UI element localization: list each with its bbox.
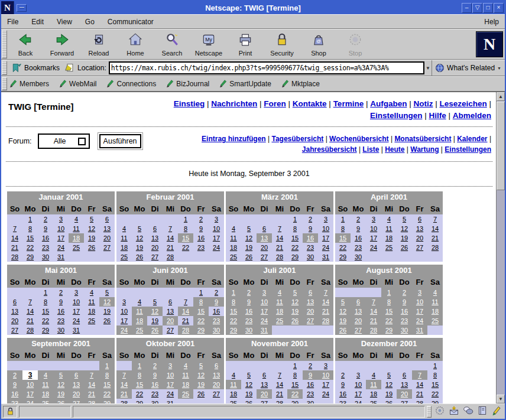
calendar-day-link[interactable]: 24 (213, 244, 220, 251)
calendar-day-link[interactable]: 13 (103, 225, 111, 232)
reload-button[interactable]: Reload (82, 31, 115, 58)
calendar-day-link[interactable]: 28 (167, 253, 174, 261)
calendar-day-link[interactable]: 5 (59, 372, 63, 379)
calendar-day-link[interactable]: 29 (230, 327, 237, 334)
whats-related-button[interactable]: What's Related ▼ (432, 60, 505, 76)
execute-button[interactable]: Ausführen (99, 134, 141, 148)
personal-toolbar-grip[interactable] (2, 77, 7, 90)
calendar-day-link[interactable]: 20 (73, 390, 80, 398)
forward-button[interactable]: Forward (46, 31, 79, 58)
calendar-day-link[interactable]: 3 (28, 371, 33, 379)
calendar-day-link[interactable]: 14 (167, 235, 174, 242)
calendar-day-link[interactable]: 19 (291, 308, 299, 315)
calendar-day-link[interactable]: 3 (122, 298, 126, 305)
action-link-monats-bersicht[interactable]: Monatsübersicht (394, 135, 451, 143)
calendar-day-link[interactable]: 19 (197, 381, 205, 388)
calendar-day-link[interactable]: 12 (103, 298, 111, 305)
calendar-day-link[interactable]: 12 (385, 381, 393, 388)
calendar-day-link[interactable]: 23 (151, 390, 158, 398)
calendar-day-link[interactable]: 1 (232, 289, 235, 296)
calendar-day-link[interactable]: 13 (261, 235, 268, 242)
bookmark-smartupdate[interactable]: SmartUpdate (219, 79, 271, 89)
calendar-day-link[interactable]: 6 (418, 216, 421, 223)
calendar-day-link[interactable]: 11 (230, 381, 236, 388)
calendar-day-link[interactable]: 17 (370, 235, 377, 242)
calendar-day-link[interactable]: 3 (324, 216, 327, 223)
calendar-day-link[interactable]: 8 (44, 298, 47, 305)
calendar-day-link[interactable]: 7 (184, 298, 187, 305)
calendar-day-link[interactable]: 6 (356, 298, 360, 305)
home-button[interactable]: Home (119, 31, 152, 58)
calendar-day-link[interactable]: 10 (73, 298, 80, 305)
calendar-day-link[interactable]: 26 (245, 253, 252, 261)
calendar-day-link[interactable]: 6 (153, 225, 157, 232)
calendar-day-link[interactable]: 28 (182, 327, 189, 334)
calendar-day-link[interactable]: 19 (136, 244, 143, 251)
calendar-day-link[interactable]: 6 (309, 289, 312, 296)
menu-file[interactable]: File (7, 18, 18, 26)
calendar-day-link[interactable]: 25 (73, 244, 80, 251)
calendar-day-link[interactable]: 6 (262, 372, 266, 379)
calendar-day-link[interactable]: 7 (418, 372, 421, 379)
calendar-day-link[interactable]: 5 (341, 298, 345, 305)
calendar-day-link[interactable]: 22 (291, 390, 299, 398)
nav-link-termine[interactable]: Termine (333, 99, 364, 108)
action-link-jahres-bersicht[interactable]: Jahresübersicht (302, 145, 357, 154)
calendar-day-link[interactable]: 27 (261, 253, 268, 261)
calendar-day-link[interactable]: 21 (322, 308, 329, 315)
calendar-day-link[interactable]: 13 (307, 298, 314, 305)
action-link-kalender[interactable]: Kalender (457, 135, 487, 143)
calendar-day-link[interactable]: 16 (307, 235, 314, 242)
calendar-day-link[interactable]: 20 (261, 390, 268, 398)
shop-button[interactable]: @Shop (302, 31, 335, 58)
calendar-day-link[interactable]: 19 (103, 308, 111, 315)
action-link-heute[interactable]: Heute (385, 145, 404, 154)
calendar-day-link[interactable]: 8 (184, 225, 187, 232)
calendar-day-link[interactable]: 21 (370, 317, 377, 324)
calendar-day-link[interactable]: 1 (184, 216, 187, 223)
calendar-day-link[interactable]: 29 (42, 327, 49, 334)
calendar-day-link[interactable]: 30 (213, 327, 220, 334)
calendar-day-link[interactable]: 10 (57, 225, 64, 232)
nav-link-foren[interactable]: Foren (264, 99, 286, 108)
calendar-day-link[interactable]: 10 (416, 298, 423, 305)
search-button[interactable]: Search (155, 31, 189, 58)
calendar-day-link[interactable]: 2 (153, 362, 157, 369)
calendar-day-link[interactable]: 6 (262, 225, 266, 232)
calendar-day-link[interactable]: 17 (27, 390, 34, 398)
nav-link-lesezeichen[interactable]: Lesezeichen (439, 99, 486, 108)
calendar-day-link[interactable]: 4 (44, 372, 47, 379)
calendar-day-link[interactable]: 20 (167, 317, 174, 324)
calendar-day-link[interactable]: 1 (293, 216, 297, 223)
calendar-day-link[interactable]: 18 (121, 244, 128, 251)
calendar-day-link[interactable]: 3 (59, 216, 63, 223)
addressbook-button[interactable] (476, 406, 489, 418)
scroll-down-arrow[interactable]: ▼ (497, 395, 505, 403)
calendar-day-link[interactable]: 14 (27, 308, 34, 315)
calendar-day-link[interactable]: 26 (291, 317, 299, 324)
calendar-day-link[interactable]: 18 (276, 308, 283, 315)
calendar-day-link[interactable]: 9 (356, 225, 360, 232)
calendar-day-link[interactable]: 15 (385, 308, 393, 315)
calendar-day-link[interactable]: 5 (90, 216, 93, 223)
calendar-day-link[interactable]: 14 (322, 298, 329, 305)
calendar-day-link[interactable]: 4 (90, 289, 93, 296)
calendar-day-link[interactable]: 22 (230, 317, 237, 324)
calendar-day-link[interactable]: 4 (232, 225, 235, 232)
calendar-day-link[interactable]: 19 (245, 244, 252, 251)
calendar-day-link[interactable]: 29 (385, 327, 393, 334)
calendar-day-link[interactable]: 8 (293, 225, 297, 232)
calendar-day-link[interactable]: 8 (387, 298, 391, 305)
calendar-day-link[interactable]: 24 (322, 244, 329, 251)
calendar-day-link[interactable]: 13 (355, 308, 362, 315)
calendar-day-link[interactable]: 27 (355, 327, 362, 334)
calendar-day-link[interactable]: 28 (27, 327, 34, 334)
calendar-day-link[interactable]: 21 (11, 244, 18, 251)
calendar-day-link[interactable]: 11 (230, 235, 236, 242)
calendar-day-link[interactable]: 3 (372, 216, 375, 223)
calendar-day-link[interactable]: 26 (136, 253, 143, 261)
calendar-day-link[interactable]: 11 (121, 235, 127, 242)
maximize-button[interactable]: □ (483, 3, 493, 13)
calendar-day-link[interactable]: 1 (138, 362, 141, 369)
calendar-day-link[interactable]: 4 (232, 372, 235, 379)
